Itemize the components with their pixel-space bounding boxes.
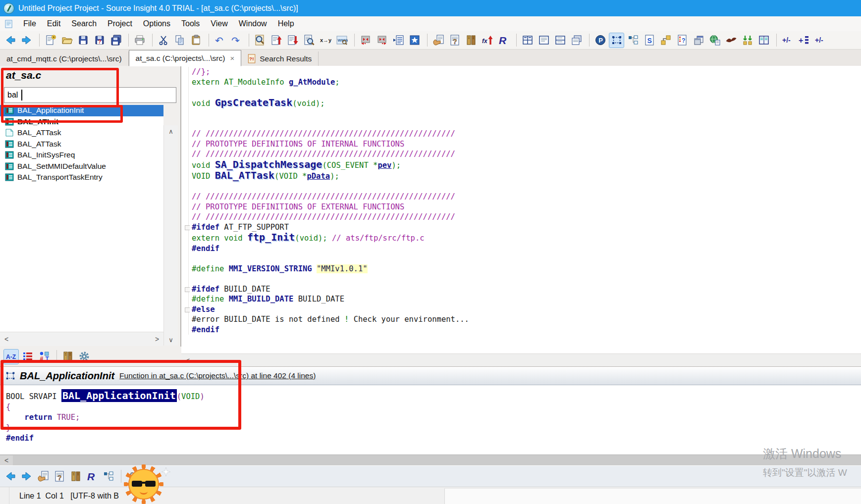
symbol-options-icon[interactable] bbox=[77, 350, 91, 364]
relation-window-icon[interactable] bbox=[626, 33, 640, 48]
function-icon bbox=[5, 151, 14, 159]
symbol-item[interactable]: BAL_InitSysFreq bbox=[0, 150, 163, 161]
symbol-item[interactable]: BAL_TransportTaskEntry bbox=[0, 172, 163, 183]
context-symbol-description[interactable]: Function in at_sa.c (C:\projects\...\src… bbox=[119, 371, 316, 380]
code-line: #define MMI_BUILD_DATE BUILD_DATE bbox=[192, 294, 861, 304]
save-icon[interactable] bbox=[76, 33, 90, 48]
context-window-toggle-icon[interactable] bbox=[609, 33, 624, 48]
code-editor[interactable]: //};extern AT_ModuleInfo g_AtModule; voi… bbox=[181, 66, 861, 366]
menu-view[interactable]: View bbox=[205, 17, 233, 30]
toolbar-separator bbox=[354, 34, 355, 47]
print-icon[interactable] bbox=[132, 33, 147, 48]
symbol-list-vscrollbar[interactable]: ∧ ∨ bbox=[163, 125, 178, 346]
search-forward-icon[interactable] bbox=[285, 33, 300, 48]
toolbar-separator bbox=[39, 34, 40, 47]
browse-project-symbols-icon[interactable] bbox=[431, 33, 445, 48]
shift-right-icon[interactable] bbox=[375, 33, 389, 48]
save-all-icon[interactable] bbox=[108, 33, 123, 48]
tab-close-icon[interactable]: × bbox=[230, 54, 234, 62]
symbol-window-toggle-icon[interactable] bbox=[642, 33, 656, 48]
function-icon bbox=[5, 106, 14, 114]
open-file-icon[interactable] bbox=[59, 33, 74, 48]
search-files-icon[interactable] bbox=[302, 33, 316, 48]
scroll-left-icon[interactable]: < bbox=[0, 333, 13, 345]
scroll-down-icon[interactable]: ∨ bbox=[164, 334, 178, 346]
symbol-item[interactable]: BAL_SetMMIDefaultValue bbox=[0, 161, 163, 172]
nav-forward-icon[interactable] bbox=[19, 469, 34, 484]
code-line: // /////////////////////////////////////… bbox=[192, 192, 861, 202]
project-window-icon[interactable] bbox=[464, 33, 478, 48]
paste-icon[interactable] bbox=[189, 33, 203, 48]
save-as-icon[interactable] bbox=[92, 33, 107, 48]
menu-project[interactable]: Project bbox=[102, 17, 138, 30]
search-icon[interactable] bbox=[253, 33, 267, 48]
search-backward-icon[interactable] bbox=[269, 33, 283, 48]
window-tile-icon[interactable] bbox=[520, 33, 535, 48]
remove-file-icon[interactable] bbox=[813, 33, 827, 48]
toolbar-separator bbox=[56, 350, 57, 363]
symbol-list-hscrollbar[interactable]: < > bbox=[0, 332, 163, 346]
relation-view-icon[interactable] bbox=[101, 469, 115, 484]
symbol-item[interactable]: BAL_ATTask bbox=[0, 139, 163, 150]
group-by-type-icon[interactable] bbox=[37, 350, 51, 364]
sort-alpha-icon[interactable] bbox=[4, 350, 18, 364]
function-icon bbox=[5, 140, 14, 148]
add-remove-file-icon[interactable] bbox=[780, 33, 795, 48]
call-graph-icon[interactable] bbox=[658, 33, 673, 48]
reference-icon[interactable] bbox=[85, 469, 99, 484]
menu-help[interactable]: Help bbox=[272, 17, 300, 30]
window-split-icon[interactable] bbox=[553, 33, 567, 48]
tab-1[interactable]: at_sa.c (C:\projects\...\src)× bbox=[129, 50, 242, 66]
search-web-icon[interactable] bbox=[334, 33, 349, 48]
symbol-item[interactable]: BAL_ATInit bbox=[0, 116, 163, 128]
status-caret-position: Line 1 Col 1 [UTF-8 with B bbox=[9, 492, 119, 501]
redo-icon[interactable] bbox=[229, 33, 243, 48]
tab-0[interactable]: at_cmd_mqtt.c (C:\projects\...\src) bbox=[0, 51, 129, 66]
sort-line-icon[interactable] bbox=[20, 350, 35, 364]
source-link-icon[interactable] bbox=[724, 33, 738, 48]
tab-2[interactable]: Search Results bbox=[241, 51, 319, 66]
browse-symbols-icon[interactable] bbox=[36, 469, 50, 484]
window-full-icon[interactable] bbox=[537, 33, 551, 48]
shift-left-icon[interactable] bbox=[358, 33, 373, 48]
copy-icon[interactable] bbox=[172, 33, 187, 48]
symbol-filter-input[interactable] bbox=[4, 87, 176, 103]
project-symbols-icon[interactable] bbox=[60, 350, 75, 364]
help-mode-icon[interactable] bbox=[675, 33, 689, 48]
nav-back-icon[interactable] bbox=[3, 469, 17, 484]
menu-window[interactable]: Window bbox=[233, 17, 272, 30]
symbol-info-icon[interactable] bbox=[447, 33, 462, 48]
add-file-list-icon[interactable] bbox=[797, 33, 811, 48]
go-to-line-icon[interactable] bbox=[391, 33, 405, 48]
compare-merge-icon[interactable] bbox=[740, 33, 754, 48]
scroll-up-icon[interactable]: ∧ bbox=[164, 125, 178, 137]
html-export-icon[interactable] bbox=[707, 33, 722, 48]
new-file-icon[interactable] bbox=[43, 33, 57, 48]
scroll-left-icon[interactable]: < bbox=[181, 354, 194, 366]
menu-search[interactable]: Search bbox=[66, 17, 102, 30]
bookmark-icon[interactable] bbox=[407, 33, 422, 48]
scroll-right-icon[interactable]: > bbox=[151, 333, 163, 345]
menu-tools[interactable]: Tools bbox=[176, 17, 205, 30]
editor-hscrollbar[interactable]: < bbox=[181, 353, 861, 367]
replace-icon[interactable] bbox=[318, 33, 332, 48]
jump-to-definition-icon[interactable] bbox=[480, 33, 494, 48]
menu-file[interactable]: File bbox=[18, 17, 42, 30]
toolbar-separator bbox=[516, 34, 517, 47]
window-cascade-icon[interactable] bbox=[569, 33, 584, 48]
symbol-item[interactable]: BAL_ATTask bbox=[0, 127, 163, 139]
menu-edit[interactable]: Edit bbox=[42, 17, 66, 30]
scroll-left-icon[interactable]: < bbox=[0, 455, 13, 465]
clone-window-icon[interactable] bbox=[691, 33, 705, 48]
symbol-help-icon[interactable] bbox=[52, 469, 66, 484]
menu-options[interactable]: Options bbox=[138, 17, 176, 30]
cut-icon[interactable] bbox=[156, 33, 170, 48]
project-browser-icon[interactable] bbox=[68, 469, 83, 484]
back-icon[interactable] bbox=[3, 33, 17, 48]
forward-icon[interactable] bbox=[19, 33, 34, 48]
symbol-item[interactable]: BAL_ApplicationInit bbox=[0, 105, 163, 116]
compare-files-icon[interactable] bbox=[756, 33, 771, 48]
parse-source-icon[interactable] bbox=[593, 33, 607, 48]
undo-icon[interactable] bbox=[213, 33, 227, 48]
reference-icon[interactable] bbox=[496, 33, 511, 48]
